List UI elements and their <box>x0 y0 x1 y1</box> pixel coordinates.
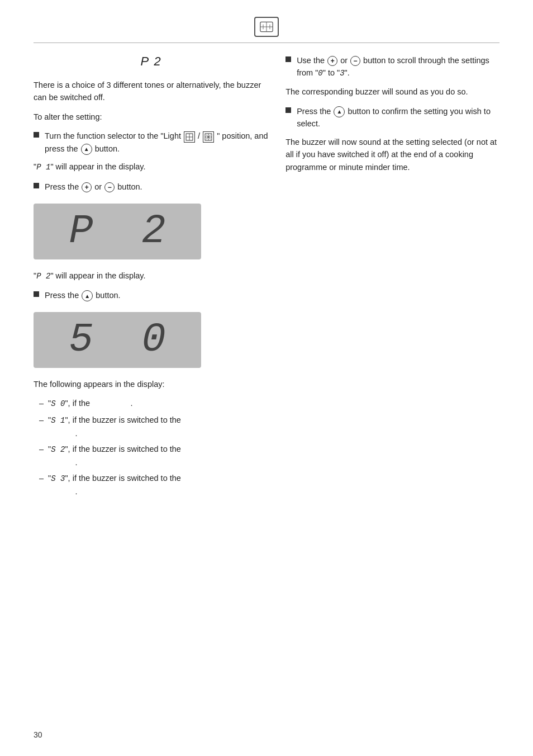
right-text-2: The buzzer will now sound at the setting… <box>285 136 499 173</box>
dash-item-s0: – "S 0", if the . <box>34 397 269 410</box>
right-bullet-square-1 <box>285 56 291 62</box>
right-plus-button: + <box>327 56 337 66</box>
display-char-S: 5 <box>69 320 93 360</box>
light-icon-1 <box>184 131 195 143</box>
quote-1: "P 1" will appear in the display. <box>34 160 269 174</box>
content-area: P 2 There is a choice of 3 different ton… <box>34 54 499 501</box>
left-column: P 2 There is a choice of 3 different ton… <box>34 54 269 501</box>
bullet-item-1: Turn the function selector to the "Light… <box>34 130 269 155</box>
bullet-square-1 <box>34 132 39 138</box>
right-bullet-text-1: Use the + or − button to scroll through … <box>297 54 499 80</box>
right-bullet-square-2 <box>285 107 291 113</box>
page-heading: P 2 <box>34 54 269 69</box>
triangle-button-1: ▲ <box>81 144 92 155</box>
intro-text-2: To alter the setting: <box>34 111 269 123</box>
display-panel-1: P 2 <box>34 204 201 259</box>
right-text-1: The corresponding buzzer will sound as y… <box>285 86 499 98</box>
bullet-text-1: Turn the function selector to the "Light… <box>45 130 269 155</box>
right-bullet-item-2: Press the ▲ button to confirm the settin… <box>285 105 499 130</box>
quote-2: "P 2" will appear in the display. <box>34 270 269 283</box>
display-char-0: 0 <box>141 320 165 360</box>
dash-text-s2: "S 2", if the buzzer is switched to the … <box>48 443 181 469</box>
following-text: The following appears in the display: <box>34 378 269 390</box>
dash-char-2: – <box>39 414 44 426</box>
dash-text-s1: "S 1", if the buzzer is switched to the … <box>48 414 181 440</box>
bullet-square-3 <box>34 291 39 297</box>
dash-text-s0: "S 0", if the . <box>48 397 133 410</box>
triangle-button-2: ▲ <box>82 290 93 301</box>
bullet-text-2: Press the + or − button. <box>45 181 269 193</box>
dash-text-s3: "S 3", if the buzzer is switched to the … <box>48 472 181 498</box>
dash-item-s1: – "S 1", if the buzzer is switched to th… <box>34 414 269 440</box>
display-char-P: P <box>69 211 93 252</box>
right-column: Use the + or − button to scroll through … <box>285 54 499 501</box>
right-bullet-item-1: Use the + or − button to scroll through … <box>285 54 499 80</box>
function-selector-icon <box>254 17 279 37</box>
dash-item-s2: – "S 2", if the buzzer is switched to th… <box>34 443 269 469</box>
dash-char-3: – <box>39 443 44 455</box>
dash-item-s3: – "S 3", if the buzzer is switched to th… <box>34 472 269 498</box>
minus-button-1: − <box>104 182 115 192</box>
dash-char-1: – <box>39 397 44 409</box>
dash-char-4: – <box>39 472 44 484</box>
right-minus-button: − <box>350 56 360 66</box>
bullet-item-3: Press the ▲ button. <box>34 289 269 301</box>
plus-button-1: + <box>82 182 92 192</box>
display-panel-2: 5 0 <box>34 312 201 368</box>
intro-text-1: There is a choice of 3 different tones o… <box>34 79 269 104</box>
page-number: 30 <box>34 730 42 739</box>
bullet-square-2 <box>34 183 39 188</box>
page: P 2 There is a choice of 3 different ton… <box>0 0 533 756</box>
light-icon-2 <box>203 131 214 143</box>
bullet-item-2: Press the + or − button. <box>34 181 269 193</box>
right-bullet-text-2: Press the ▲ button to confirm the settin… <box>297 105 499 130</box>
right-triangle-button: ▲ <box>334 106 345 117</box>
display-char-2: 2 <box>141 211 165 252</box>
bullet-text-3: Press the ▲ button. <box>45 289 269 301</box>
top-icon-area <box>34 17 499 43</box>
